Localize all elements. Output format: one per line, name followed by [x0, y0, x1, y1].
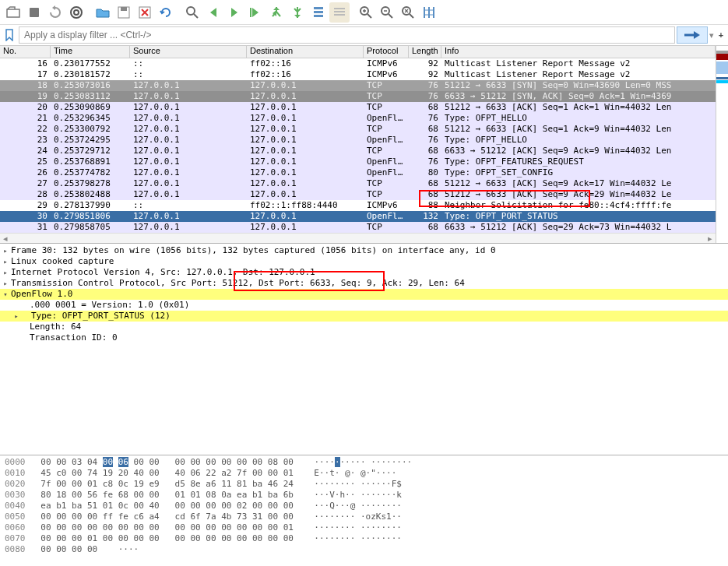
open-file-icon[interactable]: [93, 2, 113, 23]
autoscroll-icon[interactable]: [308, 2, 329, 23]
find-icon[interactable]: [182, 2, 202, 23]
settings-icon[interactable]: [66, 2, 86, 23]
packet-row[interactable]: 240.253729712127.0.0.1127.0.0.1TCP686633…: [0, 146, 716, 156]
dropdown-icon[interactable]: ▾: [709, 30, 714, 40]
add-filter-button[interactable]: +: [716, 26, 726, 44]
svg-rect-11: [314, 15, 323, 17]
scroll-left-icon[interactable]: ◂: [0, 234, 11, 243]
packet-row[interactable]: 310.279858705127.0.0.1127.0.0.1TCP686633…: [0, 222, 716, 233]
bookmark-icon[interactable]: [2, 26, 17, 44]
col-header-info[interactable]: Info: [441, 46, 716, 58]
display-filter-input[interactable]: [19, 26, 675, 44]
detail-type: Type: OFPT_PORT_STATUS (12): [22, 311, 171, 322]
svg-point-2: [71, 7, 82, 18]
svg-rect-12: [334, 8, 345, 9]
detail-frame: Frame 30: 132 bytes on wire (1056 bits),…: [11, 245, 496, 256]
back-icon[interactable]: [203, 2, 223, 23]
zoom-reset-icon[interactable]: [398, 2, 418, 23]
expand-icon[interactable]: ▸: [0, 278, 11, 289]
svg-rect-5: [121, 7, 127, 11]
svg-rect-13: [334, 11, 345, 12]
packet-list-pane: No. Time Source Destination Protocol Len…: [0, 45, 728, 243]
folder-open-icon[interactable]: [3, 2, 23, 23]
col-header-src[interactable]: Source: [130, 46, 247, 58]
detail-tid: Transaction ID: 0: [11, 332, 118, 343]
svg-point-3: [74, 10, 79, 15]
collapse-icon[interactable]: ▾: [0, 289, 11, 300]
packet-row[interactable]: 170.230181572::ff02::16ICMPv692Multicast…: [0, 69, 716, 80]
jump-icon[interactable]: [245, 2, 266, 23]
close-icon[interactable]: [135, 2, 155, 23]
main-toolbar: [0, 0, 728, 25]
restart-icon[interactable]: [45, 2, 65, 23]
zoom-out-icon[interactable]: [377, 2, 397, 23]
apply-filter-button[interactable]: [677, 26, 708, 44]
packet-row[interactable]: 300.279851806127.0.0.1127.0.0.1OpenFl…13…: [0, 211, 716, 222]
filter-bar: ▾ +: [0, 25, 728, 45]
scroll-right-icon[interactable]: ▸: [705, 234, 716, 243]
packet-row[interactable]: 260.253774782127.0.0.1127.0.0.1OpenFl…80…: [0, 167, 716, 178]
detail-openflow: OpenFlow 1.0: [11, 289, 72, 300]
svg-point-7: [187, 7, 195, 15]
packet-row[interactable]: 220.253300792127.0.0.1127.0.0.1TCP685121…: [0, 124, 716, 135]
svg-rect-10: [314, 11, 323, 13]
packet-minimap[interactable]: [716, 46, 728, 243]
col-header-dst[interactable]: Destination: [247, 46, 364, 58]
svg-rect-1: [30, 8, 39, 17]
packet-row[interactable]: 200.253090869127.0.0.1127.0.0.1TCP685121…: [0, 102, 716, 113]
save-icon[interactable]: [114, 2, 134, 23]
detail-length: Length: 64: [11, 322, 81, 332]
h-scrollbar[interactable]: ◂ ▸: [0, 233, 716, 243]
col-header-no[interactable]: No.: [0, 46, 51, 58]
packet-row[interactable]: 190.253083112127.0.0.1127.0.0.1TCP766633…: [0, 91, 716, 102]
expand-icon[interactable]: ▸: [11, 311, 22, 322]
packet-row[interactable]: 270.253798278127.0.0.1127.0.0.1TCP685121…: [0, 178, 716, 189]
col-header-proto[interactable]: Protocol: [364, 46, 409, 58]
stop-icon[interactable]: [24, 2, 44, 23]
packet-row[interactable]: 290.278137990::ff02::1:ff88:4440ICMPv688…: [0, 200, 716, 211]
zoom-in-icon[interactable]: [356, 2, 376, 23]
packet-row[interactable]: 250.253768891127.0.0.1127.0.0.1OpenFl…76…: [0, 156, 716, 167]
detail-ip: Internet Protocol Version 4, Src: 127.0.…: [11, 267, 315, 278]
svg-rect-9: [314, 7, 323, 9]
details-pane-wrap: ▸Frame 30: 132 bytes on wire (1056 bits)…: [0, 243, 728, 455]
packet-row[interactable]: 160.230177552::ff02::16ICMPv692Multicast…: [0, 58, 716, 69]
col-header-len[interactable]: Length: [409, 46, 441, 58]
packet-list-header[interactable]: No. Time Source Destination Protocol Len…: [0, 46, 716, 58]
packet-list-body[interactable]: 160.230177552::ff02::16ICMPv692Multicast…: [0, 58, 716, 233]
expand-icon[interactable]: ▸: [0, 245, 11, 256]
resize-columns-icon[interactable]: [419, 2, 439, 23]
go-last-icon[interactable]: [287, 2, 308, 23]
packet-details-pane[interactable]: ▸Frame 30: 132 bytes on wire (1056 bits)…: [0, 243, 728, 455]
svg-rect-14: [334, 14, 345, 16]
detail-tcp: Transmission Control Protocol, Src Port:…: [11, 278, 465, 289]
hex-dump-pane[interactable]: 0000 00 00 03 04 00 06 00 00 00 00 00 00…: [0, 455, 728, 566]
packet-row[interactable]: 210.253296345127.0.0.1127.0.0.1OpenFl…76…: [0, 113, 716, 124]
packet-row[interactable]: 230.253724295127.0.0.1127.0.0.1OpenFl…76…: [0, 135, 716, 146]
expand-icon[interactable]: ▸: [0, 256, 11, 267]
forward-icon[interactable]: [224, 2, 244, 23]
packet-row[interactable]: 280.253802488127.0.0.1127.0.0.1TCP685121…: [0, 189, 716, 200]
go-first-icon[interactable]: [266, 2, 287, 23]
svg-rect-0: [7, 9, 19, 17]
detail-linux: Linux cooked capture: [11, 256, 114, 267]
expand-icon[interactable]: ▸: [0, 267, 11, 278]
colorize-icon[interactable]: [329, 2, 350, 23]
detail-version: .000 0001 = Version: 1.0 (0x01): [11, 300, 189, 311]
reload-icon[interactable]: [156, 2, 176, 23]
col-header-time[interactable]: Time: [51, 46, 130, 58]
packet-row[interactable]: 180.253073016127.0.0.1127.0.0.1TCP765121…: [0, 80, 716, 91]
svg-rect-8: [250, 8, 251, 17]
